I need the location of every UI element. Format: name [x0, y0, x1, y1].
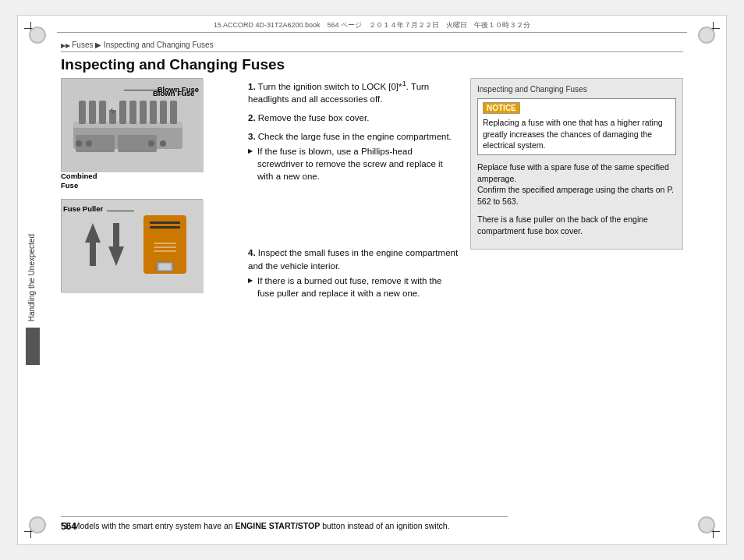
- notice-header: NOTICE: [483, 102, 520, 114]
- circle-deco-bl: [29, 516, 46, 533]
- step-number-2: 2.: [248, 113, 256, 122]
- svg-rect-7: [119, 101, 126, 124]
- svg-rect-8: [129, 101, 136, 124]
- circle-deco-br: [698, 516, 715, 533]
- svg-rect-30: [154, 250, 176, 252]
- main-content: Blown Fuse Blown Fuse CombinedFuse: [61, 78, 683, 502]
- circle-deco-tr: [698, 27, 715, 44]
- top-meta: 15 ACCORD 4D-31T2A6200.book 564 ページ ２０１４…: [57, 20, 687, 33]
- instruction-item-2: 2. Remove the fuse box cover.: [248, 112, 459, 124]
- right-panel-title: Inspecting and Changing Fuses: [477, 85, 676, 94]
- svg-rect-3: [79, 101, 86, 124]
- breadcrumb: Fuses ▶ Inspecting and Changing Fuses: [61, 41, 214, 49]
- instruction-item-1: 1. Turn the ignition switch to LOCK [0]*…: [248, 78, 459, 105]
- svg-rect-4: [89, 101, 96, 124]
- step-number-4: 4.: [248, 248, 256, 257]
- instruction-sub-4: If there is a burned out fuse, remove it…: [248, 275, 459, 299]
- fuse-puller-text-label: Fuse Puller: [63, 204, 103, 213]
- svg-rect-29: [154, 246, 176, 248]
- svg-point-18: [76, 140, 82, 147]
- footnote-bold: ENGINE START/STOP: [236, 521, 321, 530]
- fuse-image-box: Blown Fuse: [61, 78, 203, 172]
- footnote: *1: Models with the smart entry system h…: [61, 516, 508, 532]
- svg-rect-28: [154, 243, 176, 244]
- left-column: Blown Fuse Blown Fuse CombinedFuse: [61, 78, 240, 302]
- fuse-puller-illustration: [62, 200, 204, 293]
- svg-rect-10: [150, 101, 157, 124]
- sidebar-bar: [26, 328, 40, 365]
- svg-point-19: [86, 140, 92, 147]
- notice-box: NOTICE Replacing a fuse with one that ha…: [477, 98, 676, 155]
- page-title: Inspecting and Changing Fuses: [61, 56, 285, 73]
- breadcrumb-line: [61, 51, 683, 52]
- instruction-item-4: 4. Inspect the small fuses in the engine…: [248, 246, 459, 299]
- svg-rect-12: [170, 101, 177, 124]
- step-number-3: 3.: [248, 132, 256, 141]
- instruction-list: 1. Turn the ignition switch to LOCK [0]*…: [248, 78, 459, 299]
- notice-para-2: There is a fuse puller on the back of th…: [477, 214, 676, 236]
- svg-point-21: [160, 140, 166, 147]
- svg-point-20: [148, 140, 154, 147]
- instructions-column: 1. Turn the ignition switch to LOCK [0]*…: [248, 78, 459, 306]
- fuse-puller-image-box: Fuse Puller: [61, 199, 203, 292]
- svg-rect-26: [150, 222, 180, 224]
- step-number-1: 1.: [248, 82, 256, 91]
- page: 15 ACCORD 4D-31T2A6200.book 564 ページ ２０１４…: [17, 15, 727, 545]
- blown-fuse-line: [124, 90, 159, 90]
- svg-rect-13: [109, 101, 116, 110]
- notice-text: Replacing a fuse with one that has a hig…: [483, 117, 671, 151]
- instruction-sub-3: If the fuse is blown, use a Phillips-hea…: [248, 145, 459, 183]
- svg-rect-9: [140, 101, 147, 124]
- fuse-puller-line: [107, 211, 134, 211]
- instruction-item-3: 3. Check the large fuse in the engine co…: [248, 130, 459, 183]
- notice-para-1: Replace fuse with a spare fuse of the sa…: [477, 161, 676, 207]
- svg-rect-5: [99, 101, 106, 124]
- footnote-text: *1: Models with the smart entry system h…: [61, 521, 450, 530]
- sidebar-label: Handling the Unexpected: [27, 234, 41, 321]
- svg-rect-32: [159, 264, 171, 270]
- right-panel: Inspecting and Changing Fuses NOTICE Rep…: [470, 78, 683, 250]
- svg-rect-27: [150, 226, 180, 229]
- blown-fuse-label: Blown Fuse: [158, 85, 199, 94]
- combined-fuse-label: CombinedFuse: [61, 172, 240, 191]
- page-number: 564: [61, 521, 76, 532]
- circle-deco-tl: [29, 27, 46, 44]
- svg-rect-11: [160, 101, 167, 124]
